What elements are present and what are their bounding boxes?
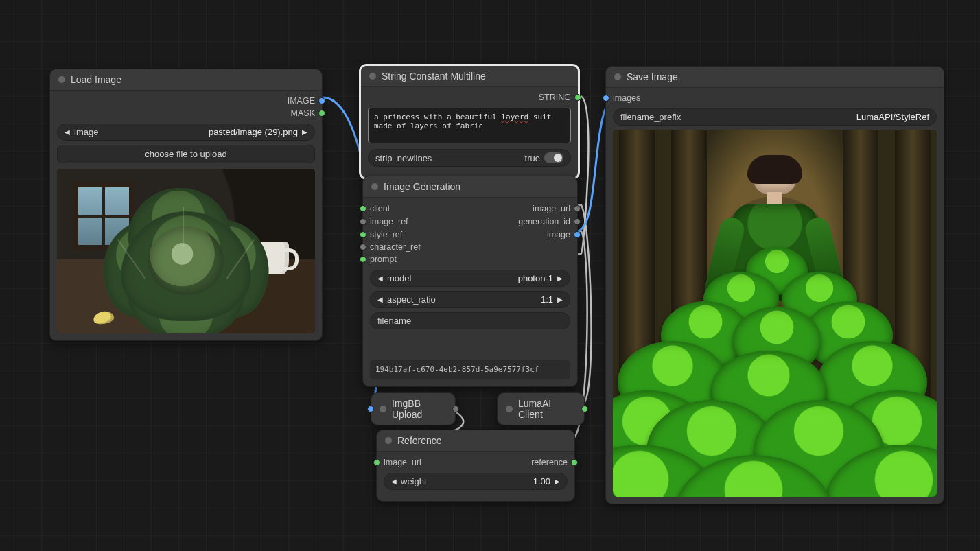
output-label-string: STRING — [539, 93, 571, 102]
node-title: Reference — [397, 435, 442, 446]
widget-aspect-ratio[interactable]: ◀ aspect_ratio 1:1 ▶ — [370, 291, 570, 308]
chevron-left-icon[interactable]: ◀ — [377, 274, 383, 282]
widget-label: strip_newlines — [375, 153, 432, 163]
port-in-image-url[interactable] — [373, 459, 380, 466]
output-label-image: image — [547, 230, 570, 239]
chevron-right-icon[interactable]: ▶ — [557, 274, 563, 282]
input-label-client: client — [370, 204, 390, 213]
node-title: Image Generation — [384, 181, 460, 192]
chevron-left-icon[interactable]: ◀ — [391, 478, 397, 485]
chevron-right-icon[interactable]: ▶ — [302, 128, 307, 136]
port-out[interactable] — [452, 406, 459, 412]
chevron-left-icon[interactable]: ◀ — [377, 296, 383, 303]
port-out-string[interactable] — [574, 94, 581, 101]
widget-filename-prefix[interactable]: filename_prefix LumaAPI/StyleRef — [613, 108, 937, 126]
port-out[interactable] — [581, 406, 588, 412]
cabbage-illustration — [100, 192, 272, 333]
port-out-reference[interactable] — [571, 459, 578, 466]
collapse-dot-icon[interactable] — [385, 437, 392, 444]
node-image-generation[interactable]: Image Generation client image_url image_… — [362, 176, 578, 387]
node-title: String Constant Multiline — [382, 71, 486, 82]
port-in-prompt[interactable] — [360, 256, 366, 263]
node-title: Load Image — [71, 74, 121, 85]
widget-weight[interactable]: ◀ weight 1.00 ▶ — [384, 473, 568, 490]
node-lumaai-client[interactable]: LumaAI Client — [497, 392, 585, 425]
node-imgbb-upload[interactable]: ImgBB Upload — [371, 392, 456, 425]
port-in-image-ref[interactable] — [360, 218, 366, 225]
port-out-generation-id[interactable] — [574, 218, 581, 225]
output-label-mask: MASK — [291, 108, 315, 118]
chevron-left-icon[interactable]: ◀ — [65, 128, 70, 136]
collapse-dot-icon[interactable] — [369, 73, 376, 80]
node-reference[interactable]: Reference image_url reference ◀ weight 1… — [376, 430, 575, 502]
node-header[interactable]: LumaAI Client — [498, 393, 584, 425]
collapse-dot-icon[interactable] — [371, 183, 378, 190]
output-label-image-url: image_url — [533, 204, 570, 213]
widget-label: aspect_ratio — [387, 294, 436, 305]
node-load-image[interactable]: Load Image IMAGE MASK ◀ image pasted/ima… — [49, 69, 323, 341]
input-label-prompt: prompt — [370, 255, 397, 264]
port-in-character-ref[interactable] — [360, 244, 366, 250]
widget-filename[interactable]: filename — [370, 312, 570, 329]
collapse-dot-icon[interactable] — [58, 76, 65, 83]
port-out-image[interactable] — [574, 231, 581, 238]
port-in[interactable] — [367, 406, 374, 412]
port-in-style-ref[interactable] — [360, 231, 366, 238]
node-header[interactable]: Load Image — [50, 69, 322, 91]
multiline-text-input[interactable]: a princess with a beautiful layerd suit … — [368, 108, 571, 143]
port-out-mask[interactable] — [318, 110, 325, 117]
input-image-preview — [57, 169, 315, 333]
widget-image-file[interactable]: ◀ image pasted/image (29).png ▶ — [57, 124, 315, 141]
node-save-image[interactable]: Save Image images filename_prefix LumaAP… — [605, 66, 944, 504]
node-header[interactable]: Image Generation — [363, 176, 577, 198]
output-image-preview — [613, 130, 937, 497]
widget-strip-newlines[interactable]: strip_newlines true — [368, 149, 571, 167]
widget-label: weight — [401, 476, 427, 486]
input-label-image-url: image_url — [384, 458, 421, 467]
collapse-dot-icon[interactable] — [506, 406, 513, 412]
port-in-client[interactable] — [360, 205, 366, 212]
input-label-image-ref: image_ref — [370, 217, 408, 226]
widget-value: 1.00 — [427, 476, 550, 486]
port-out-image[interactable] — [318, 97, 325, 104]
widget-value: 1:1 — [436, 294, 553, 305]
widget-label: filename — [377, 316, 470, 326]
toggle-switch-icon[interactable] — [544, 152, 563, 163]
generation-id-readout: 194b17af-c670-4eb2-857d-5a9e7577f3cf — [370, 360, 570, 379]
port-in-images[interactable] — [603, 95, 609, 102]
collapse-dot-icon[interactable] — [380, 406, 386, 412]
gown-skirt — [613, 257, 937, 497]
node-string-constant[interactable]: String Constant Multiline STRING a princ… — [360, 65, 579, 179]
collapse-dot-icon[interactable] — [614, 73, 621, 80]
widget-value: true — [525, 153, 540, 163]
node-header[interactable]: Reference — [377, 430, 574, 452]
node-header[interactable]: ImgBB Upload — [371, 393, 455, 425]
widget-value: pasted/image (29).png — [98, 127, 298, 137]
widget-value: LumaAPI/StyleRef — [681, 112, 929, 122]
input-label-character-ref: character_ref — [370, 242, 421, 252]
upload-button[interactable]: choose file to upload — [57, 145, 315, 163]
node-title: ImgBB Upload — [392, 398, 447, 420]
node-title: LumaAI Client — [518, 398, 576, 420]
port-out-image-url[interactable] — [574, 205, 581, 212]
node-header[interactable]: String Constant Multiline — [361, 66, 578, 87]
widget-label: image — [74, 127, 98, 137]
widget-model[interactable]: ◀ model photon-1 ▶ — [370, 270, 570, 287]
input-label-images: images — [613, 93, 640, 103]
input-label-style-ref: style_ref — [370, 230, 402, 239]
node-title: Save Image — [627, 71, 678, 82]
chevron-right-icon[interactable]: ▶ — [557, 296, 563, 303]
chevron-right-icon[interactable]: ▶ — [555, 478, 560, 485]
widget-value: photon-1 — [411, 273, 553, 283]
widget-label: filename_prefix — [620, 112, 681, 122]
output-label-image: IMAGE — [288, 96, 315, 106]
output-label-reference: reference — [531, 458, 568, 467]
widget-label: model — [387, 273, 411, 283]
node-header[interactable]: Save Image — [606, 67, 944, 88]
output-label-generation-id: generation_id — [518, 217, 570, 226]
misspelled-word: layerd — [501, 113, 528, 121]
